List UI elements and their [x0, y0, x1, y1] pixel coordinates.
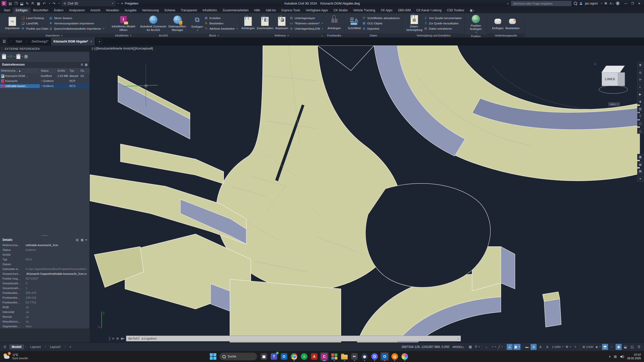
- ribbon-tab-overflow-icon[interactable]: ▣▾: [467, 8, 477, 13]
- connector-insert-button[interactable]: →Einfügen: [491, 16, 504, 30]
- drawing-viewport[interactable]: [−][Benutzerdefinierte Ansicht][Konzeptu…: [90, 46, 644, 342]
- ribbon-tab-verf-gbare-apps[interactable]: Verfügbare Apps: [303, 8, 331, 13]
- search-expand-icon[interactable]: ▸: [507, 2, 509, 5]
- command-grip[interactable]: [109, 337, 110, 341]
- dialog-launcher-icon[interactable]: ↘: [321, 34, 323, 37]
- xref-clip-button[interactable]: ◧Zuschneiden: [256, 16, 274, 30]
- underlay-layers-button[interactable]: ⊟Unterlagenlayer: [289, 16, 323, 20]
- osnap-icon[interactable]: ∠: [507, 344, 513, 350]
- ribbon-tab-ck-kanal-leitung[interactable]: CK Kanal / Leitung: [414, 8, 444, 13]
- weather-widget[interactable]: 2 -1°C Stark bewölkt: [3, 353, 68, 360]
- taskbar-app-outlook-open[interactable]: O: [380, 352, 389, 361]
- taskbar-app-acrobat[interactable]: A: [310, 352, 318, 361]
- change-path-icon[interactable]: ▾: [16, 54, 23, 59]
- navbar-scrollbar[interactable]: [640, 135, 641, 153]
- ribbon-tab-verwalten[interactable]: Verwalten: [103, 8, 122, 13]
- taskbar-app-teams[interactable]: T✓: [270, 352, 278, 361]
- data-link-button[interactable]: ▦Daten- Verknüpfung: [405, 14, 423, 32]
- land-desktop-button[interactable]: ❏Land Desktop: [21, 16, 48, 20]
- viewport-scale-button[interactable]: 1:1000▾: [551, 344, 564, 350]
- taskbar-app-blender[interactable]: ◎: [390, 352, 399, 361]
- wheel-icon[interactable]: ◐: [637, 84, 643, 90]
- attribute-edit-button[interactable]: ✎Attribute bearbeiten▾: [204, 26, 238, 31]
- selection-cycling-icon[interactable]: ▫: [609, 344, 615, 350]
- ole-object-button[interactable]: ⊞OLE-Objekt: [362, 21, 400, 26]
- ribbon-tab-analysieren[interactable]: Analysieren: [66, 8, 88, 13]
- panel-title-9[interactable]: Verbindungspunkt: [487, 33, 525, 37]
- layout-tab-layout2[interactable]: Layout2: [47, 344, 63, 349]
- column-header-status[interactable]: Status: [40, 68, 56, 73]
- survey-import-button[interactable]: ▼Vermessungsdaten importieren: [49, 21, 104, 26]
- tree-view-icon[interactable]: ▦: [85, 63, 88, 66]
- taskbar-app-m365[interactable]: [330, 352, 339, 361]
- app-store-icon[interactable]: ⛃: [605, 2, 607, 5]
- ribbon-tab-transparent[interactable]: Transparent: [178, 8, 200, 13]
- close-button[interactable]: ✕: [636, 2, 642, 5]
- customize-menu-icon[interactable]: ☰: [636, 344, 642, 350]
- column-header-da[interactable]: Da: [79, 68, 90, 73]
- xref-row-1[interactable]: Küsnacht↯EntferntRCP: [0, 78, 90, 83]
- layout-tab-modell[interactable]: Modell: [9, 344, 24, 349]
- arcgis-globe-button[interactable]: Autodesk Connector for ArcGIS: [140, 14, 167, 32]
- new-layout-button[interactable]: +: [67, 344, 74, 349]
- views-icon[interactable]: ⬓: [637, 161, 643, 167]
- snap-mode-icon[interactable]: ⠿▾: [474, 344, 481, 350]
- palette-splitter[interactable]: •••••: [0, 234, 90, 237]
- infraworks-button[interactable]: IInfraWorks-Modell öffnen: [111, 14, 136, 32]
- ribbon-tab-hilfe[interactable]: Hilfe: [251, 8, 263, 13]
- model-check-icon[interactable]: ⬓: [622, 344, 628, 350]
- xref-row-0[interactable]: Küsnacht DGM ...Geöffnet1.63 MBAktuell03…: [0, 73, 90, 78]
- file-tab-start[interactable]: Start: [13, 37, 24, 46]
- measure-icon[interactable]: ⠿: [637, 113, 643, 119]
- graphics-performance-icon[interactable]: ◉: [616, 344, 622, 350]
- command-close-icon[interactable]: ✕: [112, 337, 114, 340]
- viewport-minimize-control[interactable]: [−]: [92, 47, 95, 50]
- minimize-button[interactable]: —: [622, 2, 629, 5]
- arcgis-data-button[interactable]: Datenquellen- Manager: [168, 14, 187, 32]
- steering-icon[interactable]: ◈: [637, 99, 643, 105]
- ribbon-tab-vehicle-tracking[interactable]: Vehicle Tracking: [350, 8, 378, 13]
- ribbon-tab-infraworks[interactable]: InfraWorks: [200, 8, 220, 13]
- space-label[interactable]: MODELL: [453, 345, 464, 348]
- help-icon[interactable]: ?: [24, 55, 28, 59]
- file-tab-zeichnung1-[interactable]: Zeichnung1*: [29, 37, 51, 46]
- close-icon[interactable]: ✕: [90, 40, 92, 43]
- autodesk-apps-icon[interactable]: A▾: [610, 2, 613, 5]
- viewcube-side-face[interactable]: [618, 72, 625, 86]
- panel-title-8[interactable]: Position: [465, 35, 487, 38]
- taskbar-app-photos[interactable]: [400, 352, 409, 361]
- isolate-objects-icon[interactable]: ◈▾: [595, 344, 601, 350]
- open-file-icon[interactable]: ❐: [14, 2, 18, 6]
- panel-title-0[interactable]: Importieren▼: [0, 33, 108, 37]
- redo-icon[interactable]: ↷: [52, 2, 55, 6]
- isodraft-icon[interactable]: ╱▾: [497, 344, 503, 350]
- chevron-down-icon[interactable]: ▾: [14, 56, 15, 58]
- hyperlink-button[interactable]: ⊕Hyperlink: [362, 26, 400, 31]
- tray-expand-icon[interactable]: ∧: [609, 355, 611, 358]
- viewcube-home-icon[interactable]: ⌂: [594, 62, 596, 66]
- xref-attach-button[interactable]: Anhängen: [241, 16, 255, 30]
- ortho-icon[interactable]: ∟: [484, 344, 490, 350]
- attach-reference-icon[interactable]: ▾: [2, 54, 9, 59]
- xref-name-cell[interactable]: rebhalde-kuesn...: [0, 84, 40, 88]
- export-icon[interactable]: ⇱: [31, 2, 34, 6]
- field-button[interactable]: ASchriftfeld: [347, 16, 361, 30]
- save-icon[interactable]: ⬓: [20, 2, 23, 6]
- panel-title-5[interactable]: Punktwolke: [324, 33, 344, 37]
- add-scale-icon[interactable]: +: [572, 344, 578, 350]
- ribbon-tab-ck-stra-e[interactable]: CK Straße: [331, 8, 350, 13]
- details-copy-icon[interactable]: ▤: [76, 238, 78, 242]
- annotation-visibility-icon[interactable]: ∆: [531, 344, 537, 350]
- xref-adjust-button[interactable]: ◪Anpassen: [274, 16, 289, 30]
- ribbon-tab-ck-apps[interactable]: CK Apps: [378, 8, 395, 13]
- command-tools-icon[interactable]: ⚙: [116, 337, 119, 340]
- command-history-icon[interactable]: ▴: [457, 337, 459, 340]
- block-insert-button[interactable]: ⧉Einfügen▼: [191, 15, 204, 32]
- new-tab-button[interactable]: +: [97, 39, 102, 44]
- chevron-down-icon[interactable]: ▾: [8, 56, 9, 58]
- taskbar-app-task-view[interactable]: ▦: [260, 352, 268, 361]
- recent-commands-icon[interactable]: ▣▾: [121, 337, 124, 340]
- panel-title-3[interactable]: Block▼: [189, 33, 240, 37]
- panel-title-7[interactable]: Verknüpfung und Extraktion: [403, 33, 465, 37]
- viewport-view-control[interactable]: [Benutzerdefinierte Ansicht]: [96, 47, 134, 50]
